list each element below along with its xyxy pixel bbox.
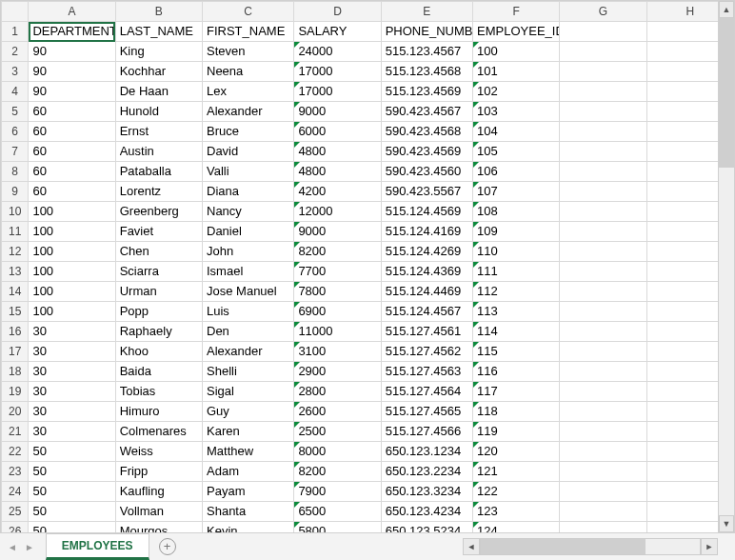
cell-A6[interactable]: 60 xyxy=(29,122,115,142)
cell-C23[interactable]: Adam xyxy=(203,462,294,482)
row-header[interactable]: 4 xyxy=(2,82,29,102)
row-header[interactable]: 18 xyxy=(2,362,29,382)
cell-D4[interactable]: 17000 xyxy=(294,82,381,102)
cell-C25[interactable]: Shanta xyxy=(203,502,294,522)
cell-F2[interactable]: 100 xyxy=(473,42,560,62)
cell-E21[interactable]: 515.127.4566 xyxy=(381,422,472,442)
cell-E4[interactable]: 515.123.4569 xyxy=(381,82,472,102)
cell-C6[interactable]: Bruce xyxy=(203,122,294,142)
row-header[interactable]: 17 xyxy=(2,342,29,362)
cell-C16[interactable]: Den xyxy=(203,322,294,342)
row-header[interactable]: 6 xyxy=(2,122,29,142)
cell-A11[interactable]: 100 xyxy=(29,222,115,242)
row-header[interactable]: 19 xyxy=(2,382,29,402)
cell-A24[interactable]: 50 xyxy=(29,482,115,502)
row-header[interactable]: 10 xyxy=(2,202,29,222)
cell-F3[interactable]: 101 xyxy=(473,62,560,82)
tab-nav-prev-icon[interactable]: ◄ xyxy=(6,542,19,552)
cell-G18[interactable] xyxy=(560,362,646,382)
cell-E17[interactable]: 515.127.4562 xyxy=(381,342,472,362)
cell-G6[interactable] xyxy=(560,122,646,142)
col-header-F[interactable]: F xyxy=(473,2,560,22)
cell-B2[interactable]: King xyxy=(115,42,202,62)
cell-D9[interactable]: 4200 xyxy=(294,182,381,202)
cell-D6[interactable]: 6000 xyxy=(294,122,381,142)
row-header[interactable]: 23 xyxy=(2,462,29,482)
vertical-scrollbar[interactable]: ▲ ▼ xyxy=(718,1,734,532)
cell-G5[interactable] xyxy=(560,102,646,122)
vscroll-track[interactable] xyxy=(719,18,734,515)
vscroll-thumb[interactable] xyxy=(719,18,734,168)
cell-A2[interactable]: 90 xyxy=(29,42,115,62)
cell-F10[interactable]: 108 xyxy=(473,202,560,222)
row-header[interactable]: 15 xyxy=(2,302,29,322)
cell-A15[interactable]: 100 xyxy=(29,302,115,322)
horizontal-scrollbar[interactable]: ◄ ► xyxy=(463,533,735,560)
cell-A4[interactable]: 90 xyxy=(29,82,115,102)
cell-E12[interactable]: 515.124.4269 xyxy=(381,242,472,262)
cell-E15[interactable]: 515.124.4567 xyxy=(381,302,472,322)
row-header[interactable]: 9 xyxy=(2,182,29,202)
cell-E23[interactable]: 650.123.2234 xyxy=(381,462,472,482)
cell-C17[interactable]: Alexander xyxy=(203,342,294,362)
cell-G16[interactable] xyxy=(560,322,646,342)
cell-B5[interactable]: Hunold xyxy=(115,102,202,122)
row-header[interactable]: 20 xyxy=(2,402,29,422)
cell-E19[interactable]: 515.127.4564 xyxy=(381,382,472,402)
row-header[interactable]: 5 xyxy=(2,102,29,122)
cell-F1[interactable]: EMPLOYEE_ID xyxy=(473,22,560,42)
cell-F7[interactable]: 105 xyxy=(473,142,560,162)
sheet-tab-active[interactable]: EMPLOYEES xyxy=(46,533,149,560)
cell-F22[interactable]: 120 xyxy=(473,442,560,462)
cell-F16[interactable]: 114 xyxy=(473,322,560,342)
cell-C9[interactable]: Diana xyxy=(203,182,294,202)
cell-C3[interactable]: Neena xyxy=(203,62,294,82)
col-header-D[interactable]: D xyxy=(294,2,381,22)
cell-G8[interactable] xyxy=(560,162,646,182)
cell-D14[interactable]: 7800 xyxy=(294,282,381,302)
scroll-right-button[interactable]: ► xyxy=(701,538,718,555)
cell-B7[interactable]: Austin xyxy=(115,142,202,162)
add-sheet-button[interactable]: + xyxy=(149,533,186,560)
cell-F18[interactable]: 116 xyxy=(473,362,560,382)
cell-G4[interactable] xyxy=(560,82,646,102)
cell-G7[interactable] xyxy=(560,142,646,162)
cell-G1[interactable] xyxy=(560,22,646,42)
cell-B6[interactable]: Ernst xyxy=(115,122,202,142)
cell-E8[interactable]: 590.423.4560 xyxy=(381,162,472,182)
cell-G12[interactable] xyxy=(560,242,646,262)
cell-A9[interactable]: 60 xyxy=(29,182,115,202)
row-header[interactable]: 14 xyxy=(2,282,29,302)
cell-C14[interactable]: Jose Manuel xyxy=(203,282,294,302)
cell-B24[interactable]: Kaufling xyxy=(115,482,202,502)
row-header[interactable]: 8 xyxy=(2,162,29,182)
cell-D7[interactable]: 4800 xyxy=(294,142,381,162)
cell-D11[interactable]: 9000 xyxy=(294,222,381,242)
cell-F14[interactable]: 112 xyxy=(473,282,560,302)
cell-B17[interactable]: Khoo xyxy=(115,342,202,362)
cell-C22[interactable]: Matthew xyxy=(203,442,294,462)
cell-E1[interactable]: PHONE_NUMBER xyxy=(381,22,472,42)
cell-B8[interactable]: Pataballa xyxy=(115,162,202,182)
scroll-down-button[interactable]: ▼ xyxy=(719,515,734,532)
cell-E2[interactable]: 515.123.4567 xyxy=(381,42,472,62)
cell-A16[interactable]: 30 xyxy=(29,322,115,342)
cell-G9[interactable] xyxy=(560,182,646,202)
cell-D25[interactable]: 6500 xyxy=(294,502,381,522)
row-header[interactable]: 2 xyxy=(2,42,29,62)
cell-G15[interactable] xyxy=(560,302,646,322)
cell-C10[interactable]: Nancy xyxy=(203,202,294,222)
cell-B13[interactable]: Sciarra xyxy=(115,262,202,282)
cell-F17[interactable]: 115 xyxy=(473,342,560,362)
cell-G24[interactable] xyxy=(560,482,646,502)
cell-D15[interactable]: 6900 xyxy=(294,302,381,322)
cell-D5[interactable]: 9000 xyxy=(294,102,381,122)
cell-D17[interactable]: 3100 xyxy=(294,342,381,362)
cell-G14[interactable] xyxy=(560,282,646,302)
cell-F15[interactable]: 113 xyxy=(473,302,560,322)
cell-A21[interactable]: 30 xyxy=(29,422,115,442)
cell-E7[interactable]: 590.423.4569 xyxy=(381,142,472,162)
cell-F25[interactable]: 123 xyxy=(473,502,560,522)
col-header-B[interactable]: B xyxy=(115,2,202,22)
cell-F9[interactable]: 107 xyxy=(473,182,560,202)
